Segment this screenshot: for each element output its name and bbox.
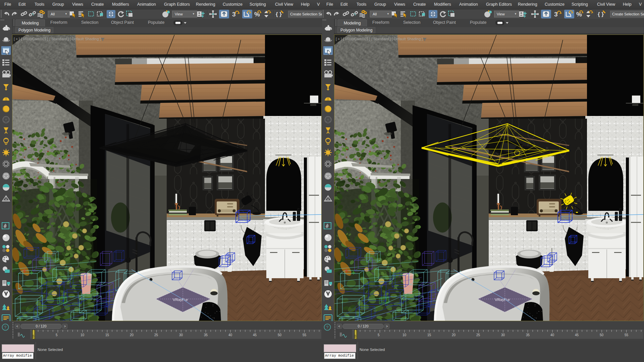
svg-text:%: % bbox=[254, 11, 260, 18]
svg-text:3: 3 bbox=[554, 11, 558, 18]
svg-text:{ }: { } bbox=[598, 11, 604, 17]
svg-text:%: % bbox=[576, 11, 582, 18]
svg-text:3: 3 bbox=[232, 11, 236, 18]
svg-text:?: ? bbox=[326, 325, 328, 330]
svg-text:?: ? bbox=[4, 325, 6, 330]
svg-text:{ }: { } bbox=[276, 11, 282, 17]
